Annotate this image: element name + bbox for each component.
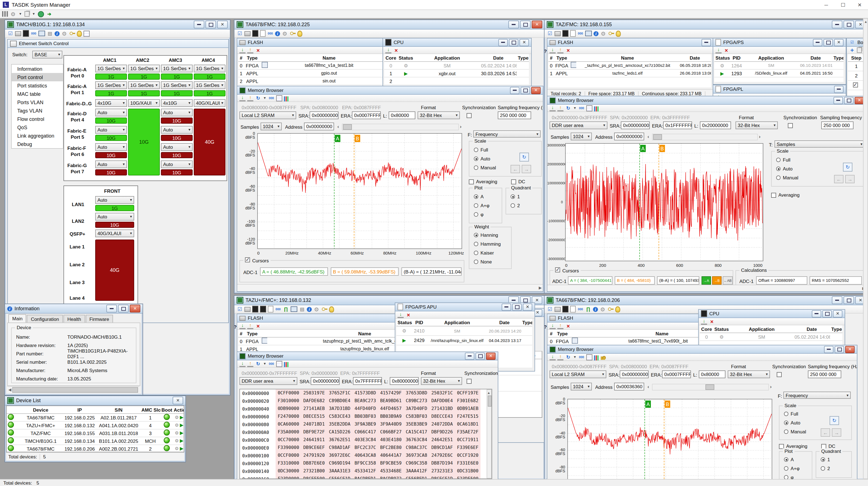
key-icon[interactable]: [321, 306, 328, 312]
scale-next-button[interactable]: →: [522, 165, 531, 173]
bars-icon[interactable]: [594, 107, 599, 112]
quadrant-2-radio[interactable]: 2: [821, 466, 830, 471]
doc-icon[interactable]: [570, 306, 576, 312]
export-icon[interactable]: ↑: [557, 47, 563, 53]
esc-nav-item[interactable]: QoS: [12, 123, 63, 131]
ddarrow-icon[interactable]: ▾: [263, 361, 267, 367]
tab[interactable]: Firmware: [86, 315, 113, 323]
zeros-icon[interactable]: 000: [579, 354, 585, 360]
cursors-checkbox[interactable]: Cursors: [553, 267, 581, 273]
titlebar[interactable]: TAZ/FMC: 192.168.0.155: [545, 20, 868, 30]
port-mode-select[interactable]: 1G SerDes: [161, 81, 193, 89]
port-mode-select[interactable]: 1G SerDes: [161, 65, 193, 72]
info-hscrollbar[interactable]: ◀: [7, 386, 139, 393]
minimize-button[interactable]: [832, 296, 842, 304]
dc-checkbox[interactable]: DC: [511, 179, 525, 184]
lamp-icon[interactable]: [297, 30, 302, 36]
run-icon[interactable]: ▶: [180, 438, 183, 444]
flash-row[interactable]: 1 APPL gpio.out: [238, 70, 390, 78]
tab[interactable]: Configuration: [27, 315, 63, 323]
port-mode-select[interactable]: Auto: [95, 126, 127, 134]
plot-a-radio[interactable]: A: [784, 457, 794, 462]
scale-manual-radio[interactable]: Manual: [784, 429, 806, 434]
tab[interactable]: Health: [63, 315, 85, 323]
copy-icon[interactable]: [25, 11, 30, 17]
format-select[interactable]: 32-Bit Hex: [417, 112, 460, 119]
region-select[interactable]: DDR user area: [240, 377, 297, 385]
port-mode-select[interactable]: Auto: [161, 160, 193, 168]
tab[interactable]: Main: [8, 314, 26, 323]
ddarrow-icon[interactable]: ▾: [263, 95, 267, 101]
minimize-button[interactable]: [702, 39, 711, 46]
maximize-button[interactable]: [824, 39, 833, 46]
import-icon[interactable]: ↓: [550, 354, 556, 360]
scale-next-button[interactable]: →: [845, 175, 855, 183]
f-select[interactable]: Frequency: [473, 130, 540, 138]
averaging-checkbox[interactable]: Averaging: [779, 444, 807, 449]
device-row[interactable]: TA6678/FMC 192.168.0.225 A02.1B.011.2817…: [7, 414, 184, 422]
zeros-icon[interactable]: 000: [275, 306, 281, 312]
lan1-select[interactable]: Auto: [95, 196, 134, 204]
era-input[interactable]: 0x1FFFFFFF: [663, 121, 692, 129]
close-button[interactable]: [173, 397, 183, 404]
filter-icon[interactable]: [586, 354, 592, 360]
mb-titlebar[interactable]: Memory Browser: [547, 96, 866, 105]
region-select[interactable]: DDR user area: [550, 121, 608, 129]
flash-row[interactable]: 0 FPGA ta6678fmc_v1a_test1.bit: [238, 62, 390, 70]
plot-phi-radio[interactable]: φ: [474, 212, 484, 217]
gear-icon[interactable]: ⚙: [600, 306, 606, 312]
minimize-button[interactable]: [824, 346, 834, 353]
cpu-row[interactable]: 1 ▶ xgbr.out 30.03.2026 14:53: [384, 70, 529, 78]
close-button[interactable]: [523, 303, 532, 310]
close-button[interactable]: [531, 87, 540, 94]
port-mode-select[interactable]: Auto: [95, 160, 127, 168]
scale-manual-radio[interactable]: Manual: [776, 175, 798, 180]
doc-icon[interactable]: [268, 306, 273, 312]
import-icon[interactable]: ↓: [398, 312, 404, 318]
hex-vscrollbar[interactable]: ▲: [487, 389, 492, 479]
mdi-vscrollbar[interactable]: ▲: [863, 19, 868, 479]
filter-icon[interactable]: [84, 30, 90, 36]
rescale-button[interactable]: ↻: [830, 416, 839, 425]
address-input[interactable]: 0x00000000: [304, 123, 334, 130]
plot-phi-radio[interactable]: φ: [784, 475, 794, 479]
lamp-icon[interactable]: [77, 30, 82, 36]
timch-titlebar[interactable]: TiMCH/B10G.1: 192.168.0.134: [5, 20, 230, 30]
bars-icon[interactable]: [284, 96, 289, 101]
samples-select[interactable]: 1024: [260, 123, 282, 130]
scroll-right-arrow[interactable]: ›: [770, 384, 772, 389]
fpga-ps-row[interactable]: ▶ 1293 /SD/leds_linux.elf 04.05.2021 16:…: [714, 70, 843, 78]
delete-icon[interactable]: ×: [565, 47, 571, 53]
esc-nav-item[interactable]: Information: [12, 65, 63, 73]
import-icon[interactable]: ↓: [385, 47, 392, 53]
zeros-icon[interactable]: 000: [267, 30, 273, 36]
weight-hanning-radio[interactable]: Hanning: [474, 232, 498, 238]
zeros-icon[interactable]: 000: [579, 105, 585, 111]
era-input[interactable]: 0x0007FFFF: [662, 370, 691, 378]
address-scrollbar[interactable]: [342, 124, 459, 130]
refresh-icon[interactable]: ↻: [565, 105, 571, 111]
delete-icon[interactable]: ×: [565, 323, 571, 329]
port-mode-select[interactable]: 1G SerDes: [95, 81, 127, 89]
scroll-left-arrow[interactable]: ‹: [337, 124, 339, 129]
boot-step-row[interactable]: [848, 81, 865, 90]
minimize-button[interactable]: [834, 97, 843, 104]
delete-icon[interactable]: ×: [255, 47, 261, 53]
ddarrow-icon[interactable]: ▾: [573, 105, 577, 111]
minimize-button[interactable]: ─: [818, 0, 835, 10]
esc-nav-item[interactable]: Flow control: [12, 115, 63, 123]
port-mode-select[interactable]: Auto: [161, 109, 193, 116]
lock-icon[interactable]: [601, 357, 605, 360]
scroll-right-icon[interactable]: ▶: [539, 285, 542, 290]
apu-row[interactable]: ⚙ 2410 SM 20.06.2023 14:20: [396, 326, 532, 336]
scale-full-radio[interactable]: Full: [776, 157, 790, 163]
close-button[interactable]: ✕: [851, 0, 868, 10]
length-input[interactable]: 0x80000: [699, 370, 725, 378]
close-button[interactable]: [217, 21, 228, 28]
refresh-icon[interactable]: ↻: [565, 354, 571, 360]
run-icon[interactable]: ▶: [180, 430, 183, 435]
lamp-icon[interactable]: [616, 30, 621, 36]
import-icon[interactable]: ↓: [240, 95, 246, 101]
gear-icon[interactable]: ⚙: [600, 30, 606, 36]
averaging-checkbox[interactable]: Averaging: [469, 179, 497, 184]
